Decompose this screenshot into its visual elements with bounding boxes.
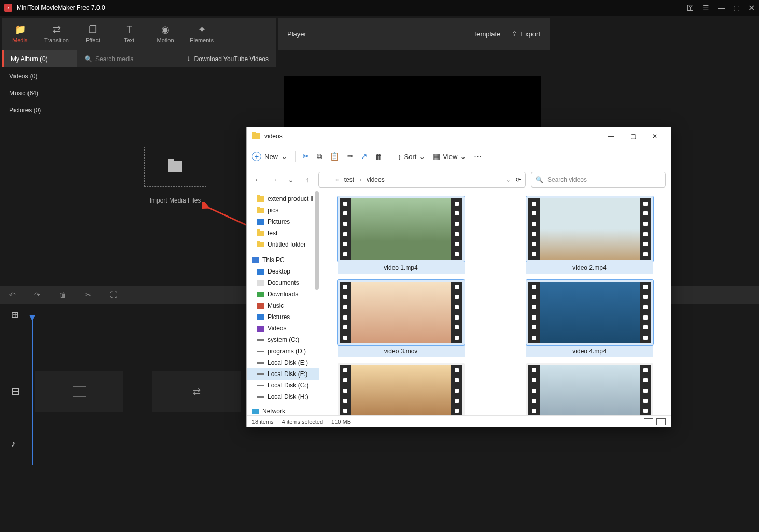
tree-label: This PC <box>262 256 285 264</box>
tree-videos[interactable]: Videos <box>247 323 319 334</box>
more-icon[interactable]: ⋯ <box>474 152 482 161</box>
tree-local-g[interactable]: Local Disk (G:) <box>247 380 319 391</box>
tree-desktop[interactable]: Desktop <box>247 266 319 277</box>
file-video3[interactable]: video 3.mov <box>338 280 465 360</box>
tab-effect[interactable]: ❐Effect <box>75 18 111 50</box>
explorer-tree: extend product li pics Pictures test Unt… <box>247 191 319 415</box>
album-music[interactable]: Music (64) <box>2 84 77 102</box>
search-input[interactable]: 🔍Search media <box>85 55 186 63</box>
video-track-icon: 🎞 <box>11 387 20 397</box>
crumb-videos[interactable]: videos <box>367 176 385 183</box>
tree-programs-d[interactable]: programs (D:) <box>247 346 319 357</box>
explorer-minimize-button[interactable]: — <box>600 127 622 145</box>
share-icon[interactable]: ↗ <box>361 152 368 161</box>
export-button[interactable]: ⇪Export <box>512 30 540 38</box>
redo-button[interactable]: ↷ <box>34 291 40 299</box>
tree-untitled[interactable]: Untitled folder <box>247 239 319 250</box>
tree-label: Pictures <box>268 313 290 321</box>
delete-icon[interactable]: 🗑 <box>375 152 383 161</box>
tree-this-pc[interactable]: This PC <box>247 254 319 266</box>
paste-icon[interactable]: 📋 <box>330 152 340 161</box>
tree-documents[interactable]: Documents <box>247 277 319 289</box>
key-icon[interactable]: ⚿ <box>687 4 694 12</box>
delete-button[interactable]: 🗑 <box>59 291 66 299</box>
album-videos[interactable]: Videos (0) <box>2 67 77 84</box>
tree-local-h[interactable]: Local Disk (H:) <box>247 391 319 402</box>
maximize-button[interactable]: ▢ <box>733 4 740 12</box>
download-youtube-button[interactable]: ⤓Download YouTube Videos <box>186 55 269 63</box>
tree-label: programs (D:) <box>268 348 306 355</box>
chevron-down-icon[interactable]: ⌄ <box>505 176 511 183</box>
close-button[interactable]: ✕ <box>748 3 755 13</box>
file-name: video 2.mp4 <box>526 262 653 274</box>
folder-icon: 📁 <box>15 24 26 35</box>
tab-motion[interactable]: ◉Motion <box>147 18 184 50</box>
explorer-close-button[interactable]: ✕ <box>644 127 666 145</box>
view-switcher[interactable] <box>644 418 666 425</box>
template-label: Template <box>473 30 501 38</box>
tab-label: Media <box>12 37 28 44</box>
minimize-button[interactable]: — <box>718 4 725 12</box>
tab-label: Motion <box>157 37 174 44</box>
file-name: video 3.mov <box>338 345 465 357</box>
tree-local-f[interactable]: Local Disk (F:) <box>247 368 319 380</box>
tree-pictures[interactable]: Pictures <box>247 311 319 323</box>
tree-extend[interactable]: extend product li <box>247 193 319 205</box>
tree-pictures-top[interactable]: Pictures <box>247 216 319 227</box>
tree-label: Local Disk (F:) <box>268 370 307 378</box>
file-video5[interactable] <box>338 363 465 415</box>
hamburger-icon[interactable]: ☰ <box>702 4 709 12</box>
tab-media[interactable]: 📁Media <box>2 18 38 50</box>
undo-button[interactable]: ↶ <box>9 291 16 299</box>
tab-label: Transition <box>44 37 69 44</box>
tree-pics[interactable]: pics <box>247 205 319 216</box>
transition-track-slot[interactable]: ⇄ <box>152 371 241 412</box>
chevron-down-icon: ⌄ <box>281 152 288 161</box>
template-button[interactable]: ≣Template <box>465 30 501 38</box>
file-video6[interactable] <box>526 363 653 415</box>
album-label: My Album (0) <box>11 55 48 63</box>
album-my-album[interactable]: My Album (0) <box>2 50 77 67</box>
address-bar[interactable]: « test › videos ⌄ ⟳ <box>318 172 526 188</box>
album-pictures[interactable]: Pictures (0) <box>2 102 77 119</box>
video-track-slot[interactable] <box>35 371 123 412</box>
copy-icon[interactable]: ⧉ <box>317 152 322 161</box>
crumb-test[interactable]: test <box>344 176 354 183</box>
album-sidebar: My Album (0) Videos (0) Music (64) Pictu… <box>2 50 77 119</box>
tree-network[interactable]: Network <box>247 406 319 415</box>
tree-downloads[interactable]: Downloads <box>247 289 319 300</box>
file-video4[interactable]: video 4.mp4 <box>526 280 653 360</box>
rename-icon[interactable]: ✏ <box>347 152 354 161</box>
tab-transition[interactable]: ⇄Transition <box>38 18 75 50</box>
search-icon: 🔍 <box>536 176 543 183</box>
add-track-icon[interactable]: ⊞ <box>11 310 18 320</box>
tree-system-c[interactable]: system (C:) <box>247 334 319 346</box>
tree-test[interactable]: test <box>247 227 319 239</box>
nav-recent-button[interactable]: ⌄ <box>285 176 297 184</box>
file-video2[interactable]: video 2.mp4 <box>526 196 653 277</box>
export-label: Export <box>521 30 540 38</box>
motion-icon: ◉ <box>161 24 170 35</box>
tree-local-e[interactable]: Local Disk (E:) <box>247 357 319 368</box>
file-video1[interactable]: video 1.mp4 <box>338 196 465 277</box>
tree-scrollbar[interactable] <box>315 191 319 290</box>
explorer-search-input[interactable]: 🔍 Search videos <box>531 172 666 188</box>
crop-button[interactable]: ⛶ <box>110 291 117 299</box>
nav-back-button[interactable]: ← <box>252 176 263 184</box>
explorer-new-button[interactable]: +New⌄ <box>252 152 288 161</box>
explorer-sort-button[interactable]: ↕Sort⌄ <box>398 152 426 161</box>
tree-music[interactable]: Music <box>247 300 319 311</box>
tree-label: Videos <box>268 325 286 332</box>
explorer-view-button[interactable]: ▦View⌄ <box>433 152 467 161</box>
tab-text[interactable]: TText <box>111 18 147 50</box>
timeline-playhead[interactable] <box>32 315 33 465</box>
tree-label: Music <box>268 302 284 309</box>
tab-elements[interactable]: ✦Elements <box>184 18 220 50</box>
app-titlebar: ♪ MiniTool MovieMaker Free 7.0.0 ⚿ ☰ — ▢… <box>0 0 759 16</box>
refresh-icon[interactable]: ⟳ <box>516 176 521 183</box>
import-dropzone[interactable] <box>144 147 206 187</box>
cut-button[interactable]: ✂ <box>85 291 91 299</box>
explorer-maximize-button[interactable]: ▢ <box>622 127 644 145</box>
nav-up-button[interactable]: ↑ <box>302 176 313 184</box>
cut-icon[interactable]: ✂ <box>303 152 310 161</box>
